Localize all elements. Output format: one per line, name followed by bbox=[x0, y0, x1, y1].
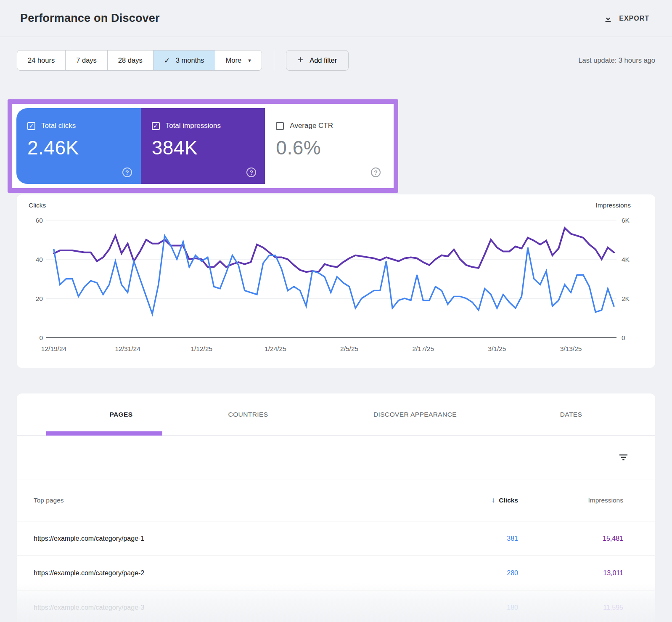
checkbox-checked-icon[interactable]: ✓ bbox=[27, 122, 35, 130]
plus-icon: + bbox=[298, 54, 303, 66]
metric-label-text: Total impressions bbox=[166, 122, 221, 130]
metric-label-text: Average CTR bbox=[290, 122, 333, 130]
left-axis-tick: 0 bbox=[39, 334, 43, 341]
metric-label-text: Total clicks bbox=[41, 122, 76, 130]
performance-chart-card: 00202K404K606KClicksImpressions12/19/241… bbox=[17, 194, 655, 368]
table-filter-row bbox=[17, 436, 655, 479]
x-axis-label: 3/13/25 bbox=[560, 345, 582, 352]
row-clicks-value: 180 bbox=[451, 604, 518, 611]
range-chip-label: 3 months bbox=[176, 56, 204, 64]
row-url: https://example.com/category/page-1 bbox=[17, 535, 451, 542]
metric-value-total-clicks: 2.46K bbox=[27, 136, 130, 159]
row-clicks-value: 280 bbox=[451, 569, 518, 577]
export-button[interactable]: EXPORT bbox=[603, 14, 649, 23]
row-impressions-value: 13,011 bbox=[518, 569, 655, 577]
checkbox-unchecked-icon[interactable] bbox=[276, 122, 284, 130]
page-title: Performance on Discover bbox=[20, 12, 160, 25]
clicks-line bbox=[54, 236, 614, 314]
column-header-impressions[interactable]: Impressions bbox=[518, 497, 655, 504]
x-axis-label: 1/12/25 bbox=[190, 345, 212, 352]
toolbar-divider bbox=[274, 50, 274, 71]
help-icon[interactable]: ? bbox=[371, 167, 381, 177]
table-row[interactable]: https://example.com/category/page-228013… bbox=[17, 556, 655, 590]
table-header-row: Top pages ↓Clicks Impressions bbox=[17, 479, 655, 521]
metric-label-total-clicks: ✓Total clicks bbox=[27, 122, 130, 130]
help-icon[interactable]: ? bbox=[246, 167, 256, 177]
left-axis-tick: 40 bbox=[36, 256, 43, 263]
range-chip-label: 28 days bbox=[118, 56, 143, 64]
metric-card-average-ctr[interactable]: Average CTR0.6%? bbox=[265, 108, 389, 184]
dimension-tabs: PAGESCOUNTRIESDISCOVER APPEARANCEDATES bbox=[17, 393, 655, 436]
tab-dates[interactable]: DATES bbox=[560, 393, 582, 436]
x-axis-label: 2/5/25 bbox=[340, 345, 358, 352]
range-chip-label: 7 days bbox=[76, 56, 97, 64]
last-update-text: Last update: 3 hours ago bbox=[578, 56, 655, 64]
more-chip[interactable]: More▾ bbox=[215, 51, 262, 70]
tab-pages[interactable]: PAGES bbox=[109, 393, 132, 436]
row-clicks-value: 381 bbox=[451, 535, 518, 542]
right-axis-tick: 4K bbox=[622, 256, 630, 263]
x-axis-label: 12/31/24 bbox=[115, 345, 140, 352]
performance-chart: 00202K404K606KClicksImpressions12/19/241… bbox=[17, 194, 655, 368]
row-url: https://example.com/category/page-2 bbox=[17, 569, 451, 577]
range-chip-24-hours[interactable]: 24 hours bbox=[17, 51, 66, 70]
x-axis-label: 12/19/24 bbox=[41, 345, 67, 352]
left-axis-tick: 60 bbox=[36, 217, 43, 224]
metric-card-total-impressions[interactable]: ✓Total impressions384K? bbox=[141, 108, 265, 184]
right-axis-tick: 6K bbox=[622, 217, 630, 224]
range-chip-28-days[interactable]: 28 days bbox=[108, 51, 153, 70]
x-axis-label: 3/1/25 bbox=[488, 345, 506, 352]
filter-list-icon[interactable] bbox=[618, 452, 629, 463]
metric-label-total-impressions: ✓Total impressions bbox=[152, 122, 254, 130]
checkbox-checked-icon[interactable]: ✓ bbox=[152, 122, 160, 130]
active-tab-underline bbox=[46, 431, 162, 436]
tab-discover-appearance[interactable]: DISCOVER APPEARANCE bbox=[373, 393, 457, 436]
left-axis-title: Clicks bbox=[29, 202, 46, 209]
export-label: EXPORT bbox=[619, 15, 649, 22]
x-axis-label: 2/17/25 bbox=[412, 345, 434, 352]
metric-label-average-ctr: Average CTR bbox=[276, 122, 378, 130]
date-range-chip-group: 24 hours7 days28 days✓3 monthsMore▾ bbox=[17, 50, 262, 71]
row-impressions-value: 11,595 bbox=[518, 604, 655, 611]
dimensions-table-card: PAGESCOUNTRIESDISCOVER APPEARANCEDATES T… bbox=[17, 393, 655, 622]
metrics-highlight-box: ✓Total clicks2.46K?✓Total impressions384… bbox=[8, 99, 398, 193]
metric-value-average-ctr: 0.6% bbox=[276, 136, 378, 159]
row-impressions-value: 15,481 bbox=[518, 535, 655, 542]
more-label: More bbox=[226, 56, 242, 64]
download-icon bbox=[603, 14, 613, 23]
caret-down-icon: ▾ bbox=[248, 57, 251, 64]
right-axis-tick: 0 bbox=[622, 334, 625, 341]
table-row[interactable]: https://example.com/category/page-138115… bbox=[17, 521, 655, 556]
range-chip-label: 24 hours bbox=[28, 56, 55, 64]
sort-desc-icon: ↓ bbox=[492, 496, 495, 504]
column-header-top-pages[interactable]: Top pages bbox=[17, 497, 451, 504]
right-axis-title: Impressions bbox=[595, 202, 631, 209]
table-row[interactable]: https://example.com/category/page-318011… bbox=[17, 590, 655, 622]
impressions-line bbox=[54, 228, 614, 272]
filter-toolbar: 24 hours7 days28 days✓3 monthsMore▾ + Ad… bbox=[17, 50, 655, 71]
help-icon[interactable]: ? bbox=[122, 167, 132, 177]
row-url: https://example.com/category/page-3 bbox=[17, 604, 451, 611]
range-chip-7-days[interactable]: 7 days bbox=[66, 51, 108, 70]
table-body: https://example.com/category/page-138115… bbox=[17, 521, 655, 622]
check-icon: ✓ bbox=[164, 56, 170, 65]
metric-card-total-clicks[interactable]: ✓Total clicks2.46K? bbox=[16, 108, 141, 184]
add-filter-label: Add filter bbox=[310, 56, 337, 64]
metric-value-total-impressions: 384K bbox=[152, 136, 254, 159]
x-axis-label: 1/24/25 bbox=[265, 345, 286, 352]
metric-cards: ✓Total clicks2.46K?✓Total impressions384… bbox=[16, 108, 389, 184]
range-chip-3-months[interactable]: ✓3 months bbox=[153, 51, 215, 70]
right-axis-tick: 2K bbox=[622, 295, 630, 302]
page-header: Performance on Discover EXPORT bbox=[0, 0, 672, 37]
left-axis-tick: 20 bbox=[36, 295, 43, 302]
add-filter-button[interactable]: + Add filter bbox=[286, 50, 349, 71]
column-header-clicks[interactable]: ↓Clicks bbox=[451, 496, 518, 505]
tab-countries[interactable]: COUNTRIES bbox=[228, 393, 268, 436]
